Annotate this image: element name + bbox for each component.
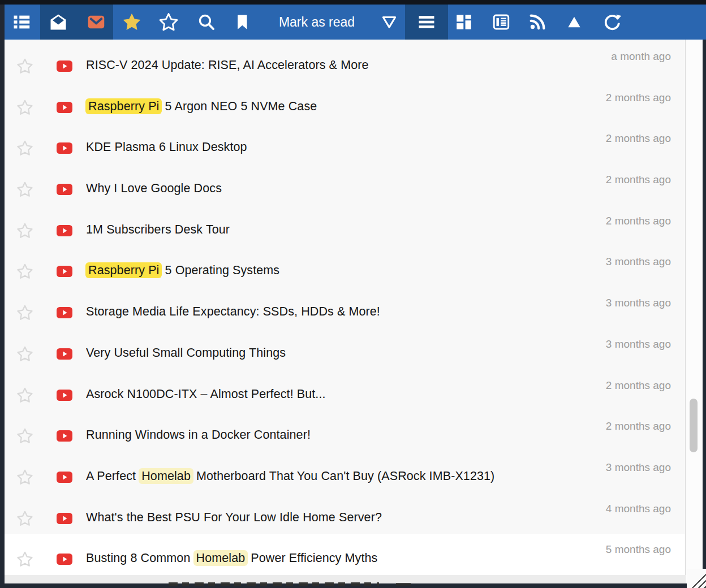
title-text: What's the Best PSU For Your Low Idle Ho…	[86, 511, 382, 524]
window-resize-grip[interactable]	[687, 569, 706, 588]
search-highlight: Raspberry Pi	[85, 262, 162, 278]
item-title[interactable]: A Perfect Homelab Motherboard That You C…	[86, 469, 494, 483]
item-age: 4 months ago	[606, 503, 671, 515]
item-age: 2 months ago	[606, 132, 671, 145]
title-text: Power Efficiency Myths	[247, 551, 377, 565]
star-outline-icon[interactable]	[16, 427, 34, 445]
youtube-icon	[57, 348, 72, 360]
up-triangle-icon	[565, 13, 583, 31]
bookmark-button[interactable]	[230, 5, 255, 40]
feed-item-row[interactable]: Busting 8 Common Homelab Power Efficienc…	[5, 534, 685, 575]
youtube-icon	[57, 142, 72, 154]
reader-view-button[interactable]	[489, 5, 514, 40]
title-text: Asrock N100DC-ITX – Almost Perfect! But.…	[86, 387, 326, 401]
layout-button[interactable]	[451, 5, 476, 40]
scroll-top-button[interactable]	[562, 5, 587, 40]
open-envelope-icon	[48, 12, 68, 32]
feed-item-row[interactable]: What's the Best PSU For Your Low Idle Ho…	[5, 493, 685, 534]
star-outline-icon	[158, 11, 179, 33]
search-highlight: Raspberry Pi	[85, 98, 162, 114]
article-list-icon	[11, 12, 32, 32]
unstarred-filter-button[interactable]	[156, 5, 181, 40]
youtube-icon	[57, 266, 72, 277]
item-title[interactable]: 1M Subscribers Desk Tour	[86, 223, 230, 237]
item-title[interactable]: Raspberry Pi 5 Operating Systems	[86, 263, 279, 278]
item-title[interactable]: RISC-V 2024 Update: RISE, AI Accelerator…	[86, 58, 369, 72]
feed-item-row[interactable]: Raspberry Pi 5 Argon NEO 5 NVMe Case 2 m…	[5, 82, 685, 123]
star-outline-icon[interactable]	[16, 222, 34, 240]
item-age: 2 months ago	[606, 174, 671, 186]
search-highlight: Homelab	[193, 550, 248, 566]
refresh-button[interactable]	[600, 5, 625, 40]
title-text: KDE Plasma 6 Linux Desktop	[86, 140, 247, 154]
title-text: Very Useful Small Computing Things	[86, 346, 286, 360]
youtube-icon	[57, 225, 72, 236]
feed-item-row[interactable]: Asrock N100DC-ITX – Almost Perfect! But.…	[5, 370, 685, 411]
youtube-icon	[57, 472, 72, 483]
star-outline-icon[interactable]	[16, 57, 34, 75]
item-title[interactable]: Busting 8 Common Homelab Power Efficienc…	[86, 551, 377, 565]
item-age: 2 months ago	[606, 92, 671, 104]
title-text: Motherboard That You Can't Buy (ASRock I…	[193, 469, 494, 483]
star-outline-icon[interactable]	[16, 98, 34, 116]
clipped-next-row-text	[169, 582, 379, 586]
menu-button[interactable]	[414, 5, 439, 40]
rss-button[interactable]	[525, 5, 550, 40]
title-text: Storage Media Life Expectancy: SSDs, HDD…	[86, 305, 380, 318]
clipped-next-row-text-fragment	[396, 583, 411, 586]
filter-button[interactable]	[377, 5, 402, 40]
item-title[interactable]: Running Windows in a Docker Container!	[86, 428, 311, 442]
star-outline-icon[interactable]	[16, 550, 34, 568]
item-age: 5 months ago	[606, 543, 671, 556]
unread-mail-button[interactable]	[84, 5, 109, 40]
item-age: 3 months ago	[606, 256, 671, 268]
search-icon	[197, 12, 216, 32]
feed-item-row[interactable]: Storage Media Life Expectancy: SSDs, HDD…	[5, 287, 685, 328]
star-outline-icon[interactable]	[16, 139, 34, 157]
feed-item-row[interactable]: Very Useful Small Computing Things 3 mon…	[5, 328, 685, 370]
item-title[interactable]: What's the Best PSU For Your Low Idle Ho…	[86, 511, 382, 525]
article-list-button[interactable]	[9, 5, 34, 40]
star-outline-icon[interactable]	[16, 509, 34, 528]
youtube-icon	[57, 390, 72, 401]
menu-icon	[416, 12, 437, 32]
youtube-icon	[57, 184, 72, 195]
feed-reader-window: Mark as read	[0, 0, 706, 588]
star-outline-icon[interactable]	[16, 180, 34, 198]
title-text: Running Windows in a Docker Container!	[86, 428, 311, 442]
star-outline-icon[interactable]	[16, 468, 34, 486]
title-text: RISC-V 2024 Update: RISE, AI Accelerator…	[86, 58, 369, 72]
title-text: 5 Argon NEO 5 NVMe Case	[161, 100, 317, 113]
title-text: A Perfect	[86, 469, 139, 483]
star-outline-icon[interactable]	[16, 386, 34, 404]
search-button[interactable]	[194, 5, 219, 40]
item-title[interactable]: Raspberry Pi 5 Argon NEO 5 NVMe Case	[86, 100, 317, 114]
item-title[interactable]: Why I Love Google Docs	[86, 181, 222, 196]
feed-item-row[interactable]: KDE Plasma 6 Linux Desktop 2 months ago	[5, 123, 685, 164]
star-outline-icon[interactable]	[16, 345, 34, 363]
item-title[interactable]: KDE Plasma 6 Linux Desktop	[86, 140, 247, 154]
youtube-icon	[57, 307, 72, 318]
feed-item-row[interactable]: RISC-V 2024 Update: RISE, AI Accelerator…	[5, 41, 685, 82]
starred-filter-button[interactable]	[119, 5, 144, 40]
mark-as-read-button[interactable]: Mark as read	[263, 5, 371, 40]
star-outline-icon[interactable]	[16, 262, 34, 280]
feed-item-row[interactable]: 1M Subscribers Desk Tour 2 months ago	[5, 205, 685, 247]
star-outline-icon[interactable]	[16, 304, 34, 322]
item-age: 2 months ago	[606, 379, 671, 392]
feed-item-row[interactable]: Why I Love Google Docs 2 months ago	[5, 164, 685, 205]
window-top-border	[0, 0, 706, 5]
feed-item-row[interactable]: A Perfect Homelab Motherboard That You C…	[5, 452, 685, 493]
feed-item-row[interactable]: Running Windows in a Docker Container! 2…	[5, 410, 685, 452]
scrollbar-thumb[interactable]	[690, 399, 698, 452]
item-title[interactable]: Very Useful Small Computing Things	[86, 346, 286, 360]
layout-grid-icon	[454, 12, 473, 32]
reader-view-icon	[492, 12, 511, 32]
feed-item-row[interactable]: Raspberry Pi 5 Operating Systems 3 month…	[5, 246, 685, 287]
scrollbar-track[interactable]	[686, 40, 703, 583]
bookmark-icon	[233, 12, 252, 32]
title-text: Why I Love Google Docs	[86, 181, 222, 195]
item-title[interactable]: Storage Media Life Expectancy: SSDs, HDD…	[86, 305, 380, 319]
read-mail-button[interactable]	[46, 5, 71, 40]
item-title[interactable]: Asrock N100DC-ITX – Almost Perfect! But.…	[86, 387, 326, 401]
